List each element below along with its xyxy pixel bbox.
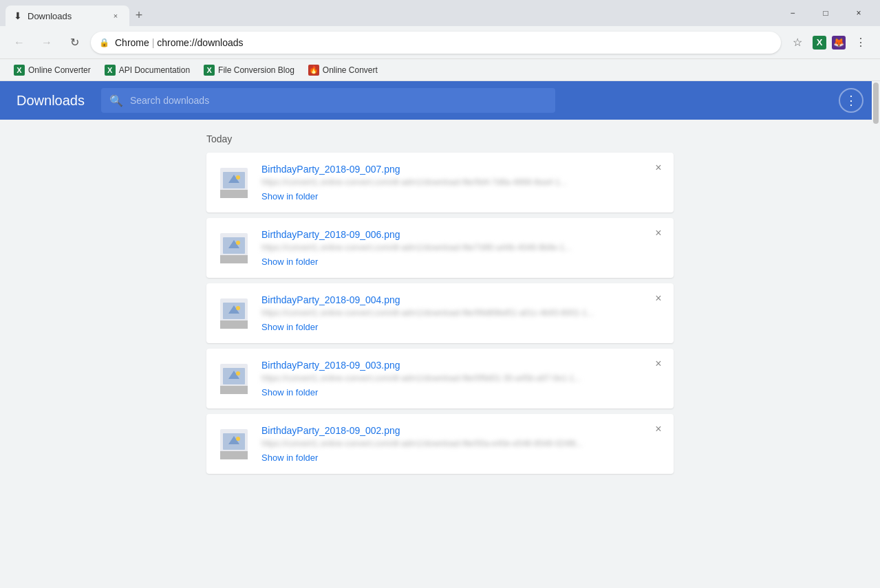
svg-rect-24 [220,451,248,459]
download-item-004: BirthdayParty_2018-09_004.png https://co… [206,283,674,343]
file-name-004[interactable]: BirthdayParty_2018-09_004.png [261,294,663,305]
file-thumbnail-004 [217,297,250,330]
file-name-003[interactable]: BirthdayParty_2018-09_003.png [261,360,663,371]
file-url-003: https://convert1.online-convert.com/dl-a… [261,373,605,383]
file-url-006: https://convert1.online-convert.com/dl-a… [261,243,605,252]
remove-button-004[interactable]: × [650,290,667,307]
new-tab-button[interactable]: + [129,6,149,25]
file-thumbnail-007 [217,166,250,199]
bookmark-favicon-online-convert: 🔥 [308,65,319,76]
file-info-004: BirthdayParty_2018-09_004.png https://co… [261,294,663,332]
file-name-002[interactable]: BirthdayParty_2018-09_002.png [261,425,663,436]
svg-rect-19 [220,386,248,394]
show-in-folder-002[interactable]: Show in folder [261,453,663,463]
search-icon: 🔍 [109,94,123,107]
bookmark-api-documentation[interactable]: X API Documentation [99,63,195,78]
bookmark-favicon-file-conversion-blog: X [204,65,215,76]
file-name-007[interactable]: BirthdayParty_2018-09_007.png [261,164,663,175]
bookmark-label-online-convert: Online Convert [323,65,378,75]
show-in-folder-003[interactable]: Show in folder [261,387,663,398]
download-item-006: BirthdayParty_2018-09_006.png https://co… [206,218,674,278]
svg-point-3 [236,175,240,179]
tab-favicon: ⬇ [14,10,22,21]
bookmark-star-button[interactable]: ☆ [786,32,808,54]
active-tab[interactable]: ⬇ Downloads × [6,6,129,26]
refresh-button[interactable]: ↻ [63,32,85,54]
svg-point-23 [236,437,240,441]
page-scrollbar[interactable] [872,81,880,588]
window-controls: − □ × [777,3,874,23]
maximize-button[interactable]: □ [810,3,841,23]
tab-title: Downloads [28,11,72,21]
nav-icons-right: ☆ X 🦊 ⋮ [786,32,872,54]
file-thumbnail-006 [217,232,250,265]
bookmark-label-online-converter: Online Converter [28,65,91,75]
address-bar[interactable]: 🔒 Chrome | chrome://downloads [91,32,781,54]
title-bar: ⬇ Downloads × + − □ × [0,0,880,26]
file-info-003: BirthdayParty_2018-09_003.png https://co… [261,360,663,398]
svg-rect-4 [220,190,248,198]
scrollbar-thumb[interactable] [873,83,879,124]
file-url-002: https://convert1.online-convert.com/dl-a… [261,439,605,448]
download-item-002: BirthdayParty_2018-09_002.png https://co… [206,414,674,474]
extension-icon-1[interactable]: X [813,36,826,50]
bookmark-label-api-documentation: API Documentation [119,65,190,75]
show-in-folder-007[interactable]: Show in folder [261,191,663,202]
bookmark-label-file-conversion-blog: File Conversion Blog [218,65,294,75]
downloads-content: Today BirthdayParty_2018-09_007.png http… [0,120,880,588]
file-info-002: BirthdayParty_2018-09_002.png https://co… [261,425,663,463]
close-button[interactable]: × [843,3,874,23]
remove-button-006[interactable]: × [650,225,667,241]
bookmark-favicon-api-documentation: X [105,65,116,76]
svg-rect-9 [220,255,248,263]
forward-button[interactable]: → [36,32,58,54]
file-name-006[interactable]: BirthdayParty_2018-09_006.png [261,229,663,240]
date-section-label: Today [206,133,674,144]
search-placeholder: Search downloads [130,95,209,106]
remove-button-007[interactable]: × [650,160,667,176]
tab-close-button[interactable]: × [110,10,121,21]
svg-point-18 [236,371,240,375]
remove-button-002[interactable]: × [650,421,667,437]
chrome-menu-button[interactable]: ⋮ [850,32,872,54]
bookmark-online-converter[interactable]: X Online Converter [8,63,96,78]
security-lock-icon: 🔒 [99,38,109,47]
bookmarks-bar: X Online Converter X API Documentation X… [0,59,880,81]
show-in-folder-004[interactable]: Show in folder [261,322,663,332]
downloads-more-button[interactable]: ⋮ [839,88,863,113]
bookmark-file-conversion-blog[interactable]: X File Conversion Blog [198,63,300,78]
back-button[interactable]: ← [8,32,30,54]
svg-rect-14 [220,320,248,329]
more-dots-icon: ⋮ [845,93,858,108]
svg-point-13 [236,306,240,310]
bookmark-favicon-online-converter: X [14,65,25,76]
downloads-search-bar[interactable]: 🔍 Search downloads [101,88,555,113]
file-info-006: BirthdayParty_2018-09_006.png https://co… [261,229,663,267]
minimize-button[interactable]: − [777,3,808,23]
extension-icon-2[interactable]: 🦊 [832,36,846,50]
file-url-004: https://convert1.online-convert.com/dl-a… [261,308,605,318]
download-item-003: BirthdayParty_2018-09_003.png https://co… [206,349,674,409]
bookmark-online-convert[interactable]: 🔥 Online Convert [303,63,383,78]
navigation-bar: ← → ↻ 🔒 Chrome | chrome://downloads ☆ X … [0,26,880,59]
remove-button-003[interactable]: × [650,356,667,372]
address-lock-label: Chrome | chrome://downloads [115,37,773,48]
svg-point-8 [236,241,240,245]
file-thumbnail-002 [217,428,250,461]
file-thumbnail-003 [217,362,250,395]
download-item-007: BirthdayParty_2018-09_007.png https://co… [206,153,674,213]
show-in-folder-006[interactable]: Show in folder [261,257,663,267]
file-info-007: BirthdayParty_2018-09_007.png https://co… [261,164,663,202]
file-url-007: https://convert1.online-convert.com/dl-a… [261,177,605,187]
downloads-header: Downloads 🔍 Search downloads ⋮ [0,81,880,120]
downloads-page-title: Downloads [17,93,85,109]
